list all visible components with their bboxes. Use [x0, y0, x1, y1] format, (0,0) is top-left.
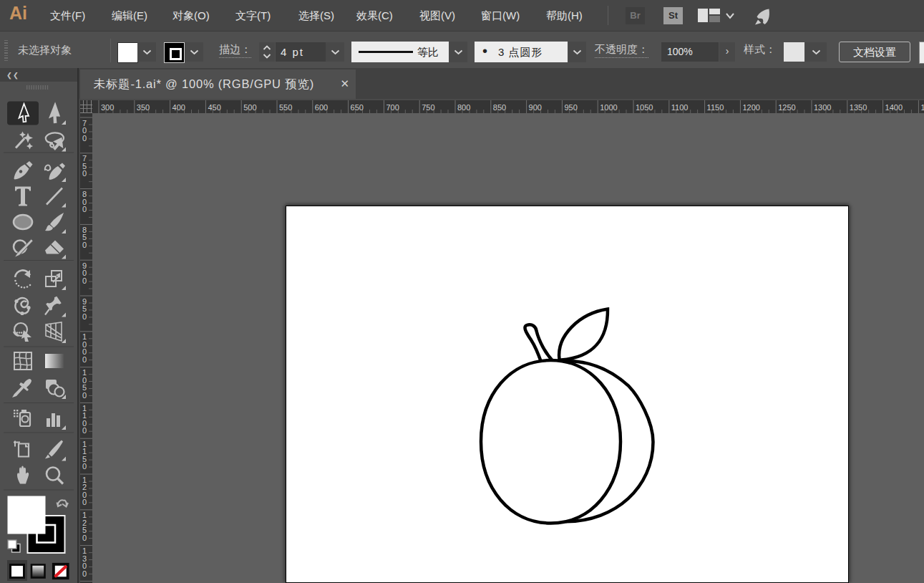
svg-text:0: 0	[82, 205, 87, 213]
svg-text:950: 950	[564, 103, 577, 112]
svg-text:1100: 1100	[671, 103, 689, 112]
svg-text:0: 0	[82, 426, 87, 435]
svg-text:0: 0	[82, 134, 87, 143]
svg-text:0: 0	[82, 534, 87, 542]
svg-text:0: 0	[82, 355, 87, 364]
svg-text:1400: 1400	[885, 103, 903, 112]
svg-text:350: 350	[137, 103, 150, 112]
svg-text:1300: 1300	[814, 103, 831, 112]
svg-text:0: 0	[82, 498, 87, 506]
svg-text:0: 0	[82, 569, 87, 578]
svg-text:0: 0	[82, 391, 87, 400]
svg-text:0: 0	[82, 312, 87, 321]
svg-text:1250: 1250	[778, 103, 795, 112]
svg-text:1350: 1350	[850, 103, 867, 112]
svg-text:600: 600	[315, 103, 328, 112]
svg-text:1050: 1050	[636, 103, 653, 112]
svg-text:500: 500	[243, 103, 256, 112]
svg-text:0: 0	[82, 462, 87, 471]
svg-text:550: 550	[279, 103, 292, 112]
svg-text:0: 0	[82, 276, 87, 285]
svg-text:❮❮: ❮❮	[6, 71, 19, 80]
svg-text:1150: 1150	[707, 103, 724, 112]
svg-text:0: 0	[82, 241, 87, 249]
svg-text:1200: 1200	[742, 103, 759, 112]
svg-text:700: 700	[386, 103, 399, 112]
svg-text:1450: 1450	[920, 103, 924, 112]
svg-text:650: 650	[351, 103, 364, 112]
svg-text:450: 450	[208, 103, 220, 112]
svg-text:850: 850	[493, 103, 506, 112]
svg-text:400: 400	[172, 103, 185, 112]
svg-text:750: 750	[422, 103, 434, 112]
svg-text:1000: 1000	[600, 103, 617, 112]
svg-text:900: 900	[529, 103, 542, 112]
svg-text:800: 800	[457, 103, 470, 112]
svg-text:0: 0	[82, 169, 87, 178]
svg-text:300: 300	[101, 103, 114, 112]
